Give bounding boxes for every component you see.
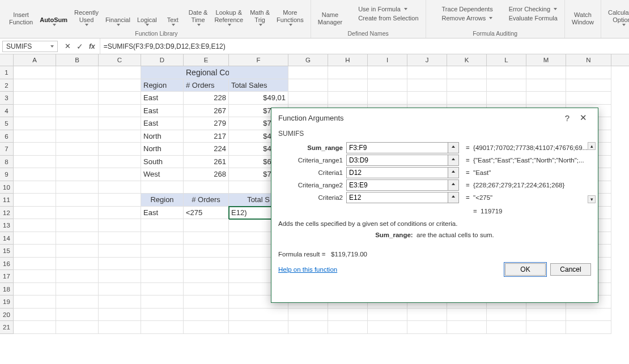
cell[interactable]	[14, 181, 56, 194]
cell[interactable]: North	[141, 143, 184, 156]
cell[interactable]	[184, 232, 229, 245]
fx-icon[interactable]: fx	[89, 42, 95, 50]
column-header[interactable]: E	[184, 54, 229, 66]
cell[interactable]	[229, 66, 288, 79]
collapse-dialog-icon[interactable]	[448, 142, 459, 153]
column-header[interactable]: J	[407, 54, 447, 66]
cell[interactable]: Total Sales	[229, 79, 288, 92]
row-header[interactable]: 15	[0, 245, 14, 258]
collapse-dialog-icon[interactable]	[448, 179, 459, 191]
cell[interactable]: Region	[141, 194, 184, 207]
cell[interactable]	[56, 309, 99, 322]
cell[interactable]	[56, 79, 99, 92]
row-header[interactable]: 20	[0, 309, 14, 322]
name-manager[interactable]: Name Manager	[314, 0, 346, 27]
cancel-button[interactable]: Cancel	[550, 263, 591, 276]
lookup-reference[interactable]: Lookup & Reference	[211, 0, 246, 27]
recently-used[interactable]: Recently Used	[71, 0, 102, 27]
cell[interactable]	[14, 143, 56, 156]
collapse-dialog-icon[interactable]	[448, 192, 459, 203]
cell[interactable]	[56, 66, 99, 79]
cell[interactable]	[99, 245, 141, 258]
cell[interactable]	[184, 321, 229, 334]
cell[interactable]	[14, 321, 56, 334]
cell[interactable]	[487, 321, 526, 334]
cell[interactable]	[56, 117, 99, 130]
column-header[interactable]: D	[141, 54, 184, 66]
cell[interactable]	[14, 66, 56, 79]
cell[interactable]	[288, 321, 328, 334]
cell[interactable]: East	[141, 92, 184, 105]
column-header[interactable]: I	[368, 54, 407, 66]
close-icon[interactable]: ✕	[575, 113, 591, 123]
row-header[interactable]: 16	[0, 258, 14, 271]
create-from-selection[interactable]: Create from Selection	[349, 15, 418, 22]
cell[interactable]	[14, 156, 56, 169]
cell[interactable]	[56, 270, 99, 283]
cell[interactable]	[14, 117, 56, 130]
row-header[interactable]: 7	[0, 143, 14, 156]
cell[interactable]: 224	[184, 143, 229, 156]
cell[interactable]	[14, 130, 56, 143]
cell[interactable]	[407, 321, 447, 334]
row-header[interactable]: 6	[0, 130, 14, 143]
autosum[interactable]: AutoSum	[36, 0, 71, 27]
cell[interactable]	[184, 181, 229, 194]
cell[interactable]	[141, 232, 184, 245]
cell[interactable]	[288, 66, 328, 79]
column-header[interactable]: C	[99, 54, 141, 66]
cell[interactable]	[184, 258, 229, 271]
cell[interactable]	[99, 168, 141, 181]
cell[interactable]	[56, 283, 99, 296]
cell[interactable]	[141, 283, 184, 296]
cell[interactable]	[368, 66, 407, 79]
cancel-icon[interactable]: ✕	[65, 42, 71, 50]
row-header[interactable]: 4	[0, 105, 14, 118]
collapse-dialog-icon[interactable]	[448, 167, 459, 178]
cell[interactable]	[566, 321, 611, 334]
cell[interactable]	[328, 92, 368, 105]
trace-dependents[interactable]: Trace Dependents	[433, 6, 493, 12]
cell[interactable]	[99, 92, 141, 105]
cell[interactable]	[141, 270, 184, 283]
cell[interactable]	[99, 296, 141, 309]
cell[interactable]	[328, 321, 368, 334]
row-header[interactable]: 1	[0, 66, 14, 79]
help-link[interactable]: Help on this function	[278, 266, 337, 273]
cell[interactable]	[526, 66, 566, 79]
date-time[interactable]: Date & Time	[185, 0, 211, 27]
column-header[interactable]: H	[328, 54, 368, 66]
cell[interactable]	[407, 66, 447, 79]
cell[interactable]	[99, 309, 141, 322]
row-header[interactable]: 17	[0, 270, 14, 283]
help-icon[interactable]: ?	[559, 113, 575, 123]
cell[interactable]	[229, 309, 288, 322]
cell[interactable]	[526, 79, 566, 92]
cell[interactable]: 217	[184, 130, 229, 143]
cell[interactable]: South	[141, 156, 184, 169]
cell[interactable]: 261	[184, 156, 229, 169]
cell[interactable]	[526, 92, 566, 105]
cell[interactable]	[184, 296, 229, 309]
logical[interactable]: Logical	[134, 0, 160, 27]
use-in-formula[interactable]: Use in Formula	[349, 6, 407, 12]
arg-input-criteria1[interactable]	[346, 167, 448, 178]
cell[interactable]	[184, 219, 229, 232]
remove-arrows[interactable]: Remove Arrows	[433, 15, 493, 22]
row-header[interactable]: 21	[0, 321, 14, 334]
row-header[interactable]: 19	[0, 296, 14, 309]
cell[interactable]	[229, 321, 288, 334]
cell[interactable]	[566, 309, 611, 322]
cell[interactable]	[566, 92, 611, 105]
cell[interactable]	[99, 321, 141, 334]
cell[interactable]	[99, 143, 141, 156]
select-all-corner[interactable]	[0, 54, 14, 66]
cell[interactable]: 268	[184, 168, 229, 181]
watch-window[interactable]: Watch Window	[568, 0, 597, 27]
formula-input[interactable]: =SUMIFS(F3:F9,D3:D9,D12,E3:E9,E12)	[100, 38, 629, 54]
cell[interactable]: East	[141, 117, 184, 130]
cell[interactable]	[14, 258, 56, 271]
cell[interactable]: # Orders	[184, 79, 229, 92]
arg-input-criteria_range2[interactable]	[346, 179, 448, 191]
column-header[interactable]: B	[56, 54, 99, 66]
